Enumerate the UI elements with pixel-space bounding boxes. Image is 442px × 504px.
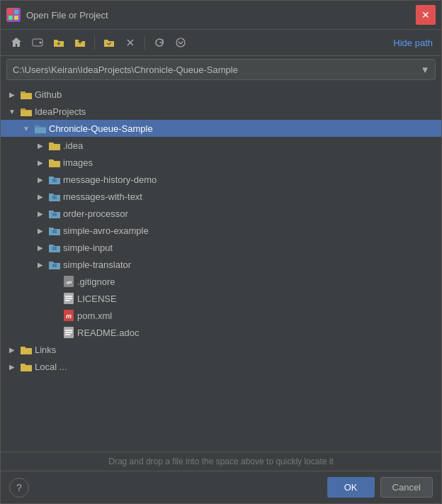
ok-button[interactable]: OK xyxy=(327,477,375,498)
tree-item-label: Local ... xyxy=(35,362,67,372)
tree-item-label: .gitignore xyxy=(77,276,115,287)
svg-rect-11 xyxy=(52,196,57,199)
app-icon xyxy=(6,8,21,22)
svg-rect-14 xyxy=(52,247,57,250)
tree-arrow: ▼ xyxy=(6,106,18,117)
close-button[interactable]: ✕ xyxy=(416,5,436,25)
tree-item-label: order-processor xyxy=(63,208,128,219)
tree-item-label: Github xyxy=(35,89,62,100)
tree-item-label: simple-translator xyxy=(63,259,131,270)
title-left: Open File or Project xyxy=(6,8,108,22)
tree-item[interactable]: ▼ Chronicle-Queue-Sample xyxy=(1,120,441,137)
tree-item[interactable]: ▶ .idea xyxy=(1,137,441,154)
folder-icon xyxy=(21,361,32,372)
tree-arrow: ▶ xyxy=(6,344,18,355)
folder-icon xyxy=(49,191,60,202)
tree-item[interactable]: ▼ IdeaProjects xyxy=(1,103,441,120)
tree-item[interactable]: ▶ images xyxy=(1,154,441,171)
tree-item-label: messages-with-text xyxy=(63,191,142,202)
expand-all-button[interactable] xyxy=(171,33,191,52)
help-button[interactable]: ? xyxy=(9,478,29,498)
folder-up-button[interactable] xyxy=(70,33,90,52)
tree-arrow: ▶ xyxy=(35,140,46,151)
folder-refresh-button[interactable] xyxy=(99,33,119,52)
folder-icon xyxy=(49,225,60,236)
tree-item-label: IdeaProjects xyxy=(35,106,86,117)
tree-item[interactable]: ▶ messages-with-text xyxy=(1,188,441,205)
separator-2 xyxy=(144,35,145,50)
svg-rect-0 xyxy=(8,10,13,14)
file-icon-readme xyxy=(63,327,74,338)
tree-arrow: ▶ xyxy=(35,174,46,185)
footer-buttons: OK Cancel xyxy=(327,477,433,498)
tree-arrow: ▶ xyxy=(6,361,18,372)
svg-rect-3 xyxy=(14,16,18,20)
tree-item[interactable]: ▶ simple-translator xyxy=(1,256,441,273)
tree-arrow: ▶ xyxy=(35,259,46,270)
tree-item-label: simple-input xyxy=(63,242,113,253)
tree-item[interactable]: ▶ LICENSE xyxy=(1,290,441,307)
svg-point-9 xyxy=(176,38,185,47)
path-dropdown-button[interactable]: ▼ xyxy=(415,60,435,79)
drag-hint: Drag and drop a file into the space abov… xyxy=(1,452,441,471)
tree-item-label: LICENSE xyxy=(77,293,117,304)
tree-item[interactable]: ▶ .git .gitignore xyxy=(1,273,441,290)
tree-item[interactable]: ▶ Links xyxy=(1,341,441,358)
tree-arrow: ▼ xyxy=(21,123,32,134)
folder-icon xyxy=(49,259,60,270)
tree-item-label: pom.xml xyxy=(77,310,112,321)
folder-icon xyxy=(49,208,60,219)
cancel-button[interactable]: Cancel xyxy=(380,477,433,498)
svg-rect-13 xyxy=(52,230,57,233)
folder-icon xyxy=(49,140,60,151)
svg-text:+: + xyxy=(57,40,60,47)
svg-rect-1 xyxy=(14,10,18,14)
svg-rect-12 xyxy=(52,213,57,216)
title-bar: Open File or Project ✕ xyxy=(1,1,441,30)
svg-text:.git: .git xyxy=(66,280,72,284)
home-button[interactable] xyxy=(6,33,26,52)
tree-arrow: ▶ xyxy=(6,89,18,100)
refresh-button[interactable] xyxy=(149,33,169,52)
tree-item[interactable]: ▶ simple-input xyxy=(1,239,441,256)
svg-point-5 xyxy=(40,42,42,44)
folder-icon xyxy=(21,344,32,355)
folder-icon xyxy=(21,89,32,100)
folder-icon xyxy=(21,106,32,117)
hdd-button[interactable] xyxy=(28,33,47,52)
dialog: Open File or Project ✕ + Hide pa xyxy=(0,0,442,504)
tree-arrow: ▶ xyxy=(35,208,46,219)
dialog-title: Open File or Project xyxy=(26,10,108,21)
folder-icon xyxy=(49,242,60,253)
tree-item[interactable]: ▶ Github xyxy=(1,86,441,103)
tree-arrow: ▶ xyxy=(35,157,46,168)
tree-item-label: Links xyxy=(35,345,56,355)
tree-arrow: ▶ xyxy=(35,191,46,202)
tree-item[interactable]: ▶ simple-avro-example xyxy=(1,222,441,239)
separator-1 xyxy=(94,35,95,50)
tree-item[interactable]: ▶ message-history-demo xyxy=(1,171,441,188)
svg-text:m: m xyxy=(66,313,72,320)
svg-rect-15 xyxy=(52,264,57,267)
file-icon-maven: m xyxy=(63,310,74,321)
tree-item-label: message-history-demo xyxy=(63,174,157,185)
tree-item[interactable]: ▶ order-processor xyxy=(1,205,441,222)
new-folder-button[interactable]: + xyxy=(49,33,69,52)
tree-item[interactable]: ▶ README.adoc xyxy=(1,324,441,341)
svg-rect-10 xyxy=(52,179,57,182)
tree-item-label: simple-avro-example xyxy=(63,225,149,236)
path-bar: ▼ xyxy=(6,59,436,80)
folder-icon xyxy=(35,123,46,134)
file-icon-gitignore: .git xyxy=(63,276,74,287)
file-icon-license xyxy=(63,293,74,304)
tree-item[interactable]: ▶ Local ... xyxy=(1,358,441,375)
tree-arrow: ▶ xyxy=(35,242,46,253)
file-tree: ▶ Github ▼ IdeaProjects ▼ Chronicle-Queu… xyxy=(1,83,441,452)
tree-item-label: images xyxy=(63,157,93,168)
delete-button[interactable] xyxy=(120,33,140,52)
folder-icon xyxy=(49,174,60,185)
hide-path-button[interactable]: Hide path xyxy=(390,36,436,50)
svg-rect-2 xyxy=(8,16,13,20)
tree-item[interactable]: ▶ m pom.xml xyxy=(1,307,441,324)
path-input[interactable] xyxy=(7,62,415,78)
